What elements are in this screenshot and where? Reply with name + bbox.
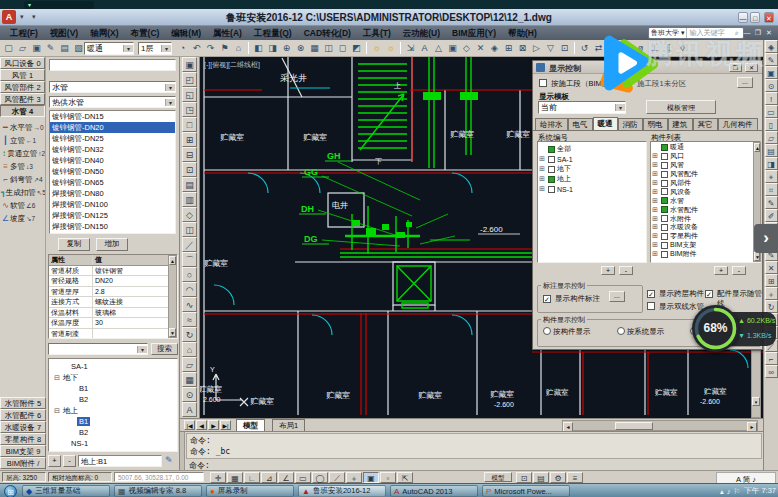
prev-tab-button[interactable]: ◀: [196, 420, 207, 430]
dialog-close-button[interactable]: ✕: [745, 63, 758, 72]
right-tool-icon[interactable]: ✎: [765, 53, 778, 66]
right-tool-icon[interactable]: ✐: [765, 209, 778, 222]
next-tab-button[interactable]: ▶: [208, 420, 219, 430]
tray-icon[interactable]: ♪: [727, 487, 731, 496]
system-tree-item[interactable]: ⊞ 地下: [538, 164, 646, 174]
floor-tree-item[interactable]: SA-1: [49, 361, 177, 372]
clock[interactable]: 下午 7:37: [744, 486, 776, 496]
layer-bulb-icon[interactable]: ☼: [384, 41, 397, 54]
component-tree-item[interactable]: ⊞ 水管配件: [651, 205, 760, 214]
viewport-controls[interactable]: [-][俯视][二维线框]: [204, 61, 260, 69]
menu-item[interactable]: 轴网(X): [84, 26, 124, 40]
status-toggle-button[interactable]: ∟: [244, 472, 260, 483]
component-tab[interactable]: 风管部件 2: [0, 81, 45, 93]
pipe-tool-item[interactable]: ≡ 多管↓3: [0, 160, 45, 173]
menu-item[interactable]: BIM应用(Y): [446, 26, 502, 40]
floor-tree-item[interactable]: ⊟ 地上: [49, 405, 177, 416]
status-toggle-button[interactable]: ∠: [278, 472, 294, 483]
right-tool-icon[interactable]: ▣: [765, 66, 778, 79]
tree-checkbox[interactable]: [661, 233, 668, 240]
menu-item[interactable]: 工程(F): [4, 26, 44, 40]
toolbar-convert-icon[interactable]: A: [418, 41, 431, 54]
tree-checkbox[interactable]: [661, 206, 668, 213]
toolbar-edit-icon[interactable]: ◩: [350, 41, 363, 54]
draw-tool-icon[interactable]: ⌒: [182, 252, 197, 267]
pipe-type-item[interactable]: 焊接钢管-DN125: [50, 210, 175, 221]
panel-expander[interactable]: ›: [754, 224, 778, 253]
system-tree-item[interactable]: 全部: [538, 144, 646, 154]
component-tree-item[interactable]: ⊞ BIM支架: [651, 241, 760, 250]
mdi-close-button[interactable]: ✕: [764, 28, 774, 38]
draw-tool-icon[interactable]: ↻: [182, 327, 197, 342]
tree-checkbox[interactable]: [661, 153, 668, 160]
component-tree-item[interactable]: ⊞ 零星构件: [651, 232, 760, 241]
right-tool-icon[interactable]: ⌐: [765, 352, 778, 365]
tree-checkbox[interactable]: [661, 188, 668, 195]
chevron-down-icon[interactable]: ▾: [615, 104, 625, 111]
floor-tree-item[interactable]: B1: [49, 383, 177, 394]
toolbar-convert-icon[interactable]: ✕: [474, 41, 487, 54]
draw-tool-icon[interactable]: ⊡: [182, 162, 197, 177]
draw-tool-icon[interactable]: ／: [182, 237, 197, 252]
cross-floor-checkbox[interactable]: [647, 289, 655, 298]
floor-tree-item[interactable]: B2: [49, 394, 177, 405]
system-collapse-button[interactable]: -: [619, 266, 633, 275]
toolbar-tools-icon[interactable]: ◊: [676, 41, 689, 54]
component-tab[interactable]: BIM支架 9: [0, 445, 46, 457]
component-expand-button[interactable]: +: [714, 266, 728, 275]
draw-tool-icon[interactable]: ◱: [182, 87, 197, 102]
tab-layout1[interactable]: 布局1: [272, 419, 305, 431]
taskbar-item[interactable]: ● 屏幕录制: [206, 485, 294, 497]
toolbar-tools-icon[interactable]: ∥: [662, 41, 675, 54]
search-brand-dropdown[interactable]: 鲁班大学 ▾: [649, 28, 687, 38]
component-tab[interactable]: 水管附件 5: [0, 397, 46, 409]
help-search-box[interactable]: 鲁班大学 ▾ 输入关键字 ⌕: [648, 27, 744, 39]
component-tab[interactable]: 风管配件 3: [0, 93, 45, 105]
toolbar-tools-icon[interactable]: ≋: [606, 41, 619, 54]
toolbar-edit-icon[interactable]: ⊕: [280, 41, 293, 54]
floor-tree-item[interactable]: ⊟ 地下: [49, 372, 177, 383]
component-tab[interactable]: BIM附件 /: [0, 457, 46, 469]
menu-item[interactable]: 视图(V): [44, 26, 84, 40]
minimize-button[interactable]: —: [738, 12, 748, 23]
right-tool-icon[interactable]: ＋: [765, 287, 778, 300]
toolbar-convert-icon[interactable]: ▽: [544, 41, 557, 54]
qat-dropdown-icon[interactable]: ▾: [20, 13, 24, 21]
draw-tool-icon[interactable]: ▣: [182, 57, 197, 72]
menu-item[interactable]: 工程量(Q): [248, 26, 298, 40]
toolbar-view-icon[interactable]: ⚑: [218, 41, 231, 54]
toolbar-tools-icon[interactable]: ø: [634, 41, 647, 54]
component-tab[interactable]: 水管 4: [0, 105, 45, 117]
taskbar-item[interactable]: P Microsoft Powe...: [482, 485, 570, 497]
toolbar-tools-icon[interactable]: ⊥: [648, 41, 661, 54]
system-tree-item[interactable]: ⊞ NS-1: [538, 184, 646, 194]
tree-checkbox[interactable]: [661, 144, 668, 151]
component-tree-item[interactable]: 暖通: [651, 143, 760, 152]
tree-checkbox[interactable]: [661, 197, 668, 204]
taskbar-item[interactable]: ▲ 鲁班安装2016-12: [298, 485, 386, 497]
add-button[interactable]: 增加: [96, 238, 128, 251]
floor-tree-item[interactable]: B1: [49, 416, 177, 427]
close-button[interactable]: ✕: [764, 12, 774, 23]
menu-item[interactable]: 工具(T): [357, 26, 397, 40]
tree-checkbox[interactable]: [661, 215, 668, 222]
tree-checkbox[interactable]: [548, 186, 555, 193]
right-tool-icon[interactable]: ⊙: [765, 79, 778, 92]
dialog-restore-button[interactable]: ❐: [729, 63, 742, 72]
draw-tool-icon[interactable]: ▤: [182, 177, 197, 192]
category-combo[interactable]: 水管 ▾: [49, 81, 176, 93]
pipe-type-item[interactable]: 焊接钢管-DN80: [50, 188, 175, 199]
pipe-type-item[interactable]: 镀锌钢管-DN25: [50, 133, 175, 144]
copy-button[interactable]: 复制: [58, 238, 90, 251]
draw-tool-icon[interactable]: ⌂: [182, 342, 197, 357]
toolbar-file-icon[interactable]: ▱: [16, 41, 29, 54]
menu-item[interactable]: 属性(A): [207, 26, 248, 40]
menu-item[interactable]: 帮助(H): [502, 26, 543, 40]
draw-tool-icon[interactable]: ◰: [182, 72, 197, 87]
scroll-thumb[interactable]: [615, 422, 653, 430]
toolbar-convert-icon[interactable]: ⇲: [404, 41, 417, 54]
system-tree-item[interactable]: ⊞ 地上: [538, 174, 646, 184]
toolbar-convert-icon[interactable]: ◈: [488, 41, 501, 54]
tree-checkbox[interactable]: [548, 176, 555, 183]
status-toggle-button[interactable]: ▫: [380, 472, 396, 483]
